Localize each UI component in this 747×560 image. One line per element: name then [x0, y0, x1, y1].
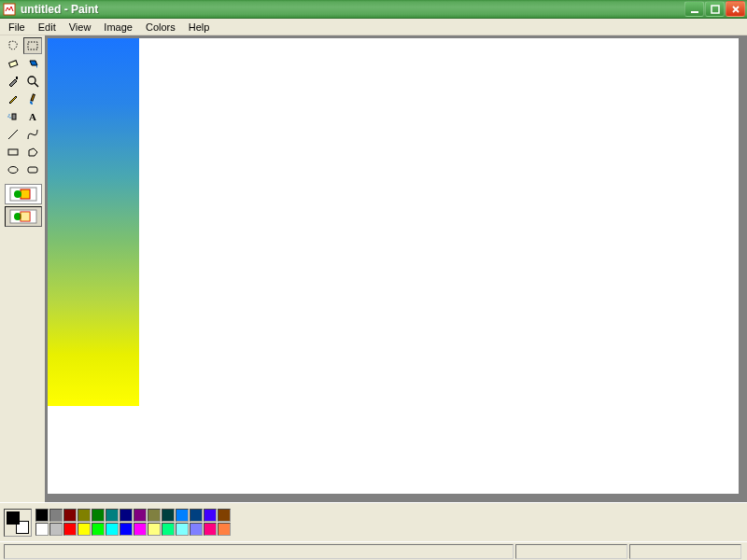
- color-swatch[interactable]: [190, 523, 203, 536]
- svg-rect-8: [12, 114, 16, 119]
- menu-edit[interactable]: Edit: [32, 21, 63, 34]
- tool-options: [5, 184, 42, 227]
- option-transparent-selection[interactable]: [5, 206, 42, 227]
- tool-brush[interactable]: [23, 91, 42, 107]
- color-swatch[interactable]: [63, 509, 77, 522]
- color-swatch[interactable]: [162, 523, 175, 536]
- option-opaque-selection[interactable]: [5, 184, 42, 204]
- color-swatch[interactable]: [204, 509, 217, 522]
- canvas[interactable]: [48, 38, 739, 494]
- tool-fill[interactable]: [23, 55, 42, 72]
- svg-rect-5: [16, 77, 18, 79]
- color-swatch[interactable]: [162, 509, 175, 522]
- svg-rect-2: [712, 6, 719, 13]
- tool-ellipse[interactable]: [4, 161, 22, 178]
- status-bar: [0, 541, 747, 560]
- color-swatch[interactable]: [92, 523, 105, 536]
- color-swatch[interactable]: [218, 509, 231, 522]
- svg-rect-3: [28, 42, 37, 49]
- toolbox: A: [0, 35, 45, 502]
- tool-magnifier[interactable]: [23, 73, 42, 90]
- menu-bar: File Edit View Image Colors Help: [0, 19, 747, 35]
- app-icon: [2, 2, 17, 17]
- menu-view[interactable]: View: [63, 21, 98, 34]
- color-swatch[interactable]: [35, 523, 49, 536]
- color-swatch[interactable]: [106, 509, 119, 522]
- svg-rect-7: [31, 94, 35, 101]
- tool-rounded-rectangle[interactable]: [23, 161, 42, 178]
- svg-rect-13: [8, 149, 18, 155]
- color-swatch[interactable]: [218, 523, 231, 536]
- svg-rect-4: [9, 61, 18, 67]
- svg-point-6: [28, 77, 35, 84]
- svg-point-11: [7, 116, 8, 117]
- color-swatch[interactable]: [148, 523, 161, 536]
- svg-point-9: [8, 114, 9, 115]
- color-swatch[interactable]: [92, 509, 105, 522]
- color-swatch[interactable]: [106, 523, 119, 536]
- color-swatch[interactable]: [78, 523, 91, 536]
- color-palette-bar: [0, 502, 747, 541]
- tool-text[interactable]: A: [23, 108, 42, 125]
- current-colors[interactable]: [4, 509, 32, 537]
- menu-help[interactable]: Help: [182, 21, 217, 34]
- tool-color-picker[interactable]: [4, 73, 22, 90]
- svg-point-18: [14, 190, 21, 198]
- color-swatch[interactable]: [176, 523, 189, 536]
- color-swatch[interactable]: [49, 509, 63, 522]
- window-title: untitled - Paint: [21, 3, 684, 16]
- main-area: A: [0, 35, 747, 502]
- color-swatch[interactable]: [148, 509, 161, 522]
- status-position: [515, 544, 627, 559]
- color-swatch[interactable]: [134, 523, 147, 536]
- color-swatch[interactable]: [204, 523, 217, 536]
- tool-rectangle[interactable]: [4, 144, 22, 161]
- close-button[interactable]: [726, 1, 745, 17]
- tool-free-form-select[interactable]: [4, 37, 22, 54]
- tool-airbrush[interactable]: [4, 108, 22, 125]
- menu-file[interactable]: File: [2, 21, 32, 34]
- tool-rectangle-select[interactable]: [23, 37, 42, 54]
- color-palette: [35, 509, 231, 536]
- menu-image[interactable]: Image: [97, 21, 139, 34]
- svg-point-10: [9, 117, 10, 118]
- color-swatch[interactable]: [49, 523, 63, 536]
- color-swatch[interactable]: [134, 509, 147, 522]
- svg-rect-17: [21, 189, 30, 199]
- color-swatch[interactable]: [190, 509, 203, 522]
- tool-line[interactable]: [4, 126, 22, 143]
- gradient-rectangle-shape: [48, 38, 139, 406]
- tool-grid: A: [4, 37, 42, 178]
- status-size: [629, 544, 741, 559]
- tool-curve[interactable]: [23, 126, 42, 143]
- color-swatch[interactable]: [78, 509, 91, 522]
- canvas-viewport[interactable]: [45, 35, 747, 502]
- foreground-color-swatch[interactable]: [7, 511, 20, 525]
- svg-text:A: A: [29, 111, 36, 122]
- color-swatch[interactable]: [176, 509, 189, 522]
- tool-eraser[interactable]: [4, 55, 22, 72]
- title-bar: untitled - Paint: [0, 0, 747, 19]
- minimize-button[interactable]: [684, 1, 704, 17]
- color-swatch[interactable]: [120, 523, 133, 536]
- tool-pencil[interactable]: [4, 91, 22, 107]
- tool-polygon[interactable]: [23, 144, 42, 161]
- svg-rect-1: [691, 11, 698, 13]
- color-swatch[interactable]: [120, 509, 133, 522]
- svg-point-14: [8, 167, 18, 174]
- status-hint: [4, 544, 514, 559]
- maximize-button[interactable]: [705, 1, 725, 17]
- svg-rect-15: [28, 167, 37, 173]
- menu-colors[interactable]: Colors: [139, 21, 182, 34]
- window-controls: [684, 1, 745, 17]
- color-swatch[interactable]: [63, 523, 77, 536]
- color-swatch[interactable]: [35, 509, 49, 522]
